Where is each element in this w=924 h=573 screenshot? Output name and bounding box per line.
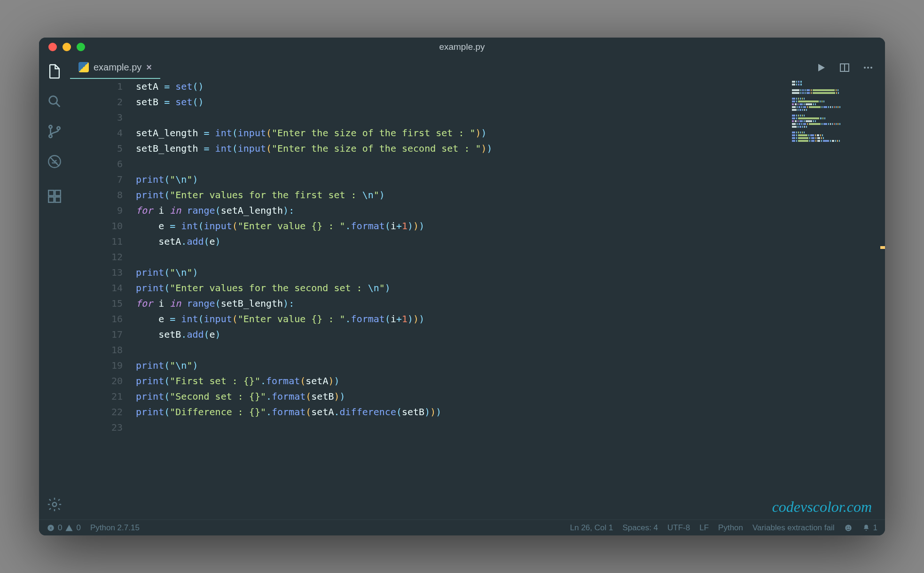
- line-number: 15: [70, 296, 123, 311]
- line-number: 1: [70, 79, 123, 94]
- status-bar: x 0 0 Python 2.7.15 Ln 26, Col 1 Spaces:…: [39, 519, 885, 535]
- titlebar: example.py: [39, 38, 885, 56]
- notification-count: 1: [873, 523, 877, 533]
- tab-bar: example.py ×: [70, 56, 885, 79]
- status-indent[interactable]: Spaces: 4: [622, 523, 658, 533]
- run-icon[interactable]: [815, 62, 827, 73]
- status-problems[interactable]: x 0 0: [47, 523, 81, 533]
- svg-point-15: [867, 67, 869, 69]
- svg-point-0: [49, 96, 57, 104]
- window-controls: [39, 43, 85, 51]
- svg-rect-8: [55, 190, 60, 195]
- status-feedback-icon[interactable]: [844, 524, 853, 532]
- warning-count: 0: [76, 523, 80, 533]
- tab-label: example.py: [94, 62, 141, 73]
- code-line[interactable]: for i in range(setA_length):: [136, 203, 885, 218]
- code-line[interactable]: setA = set(): [136, 79, 885, 94]
- status-encoding[interactable]: UTF-8: [667, 523, 690, 533]
- code-line[interactable]: print("First set : {}".format(setA)): [136, 373, 885, 389]
- code-line[interactable]: e = int(input("Enter value {} : ".format…: [136, 218, 885, 234]
- svg-point-3: [49, 135, 52, 138]
- svg-rect-7: [48, 190, 54, 195]
- settings-gear-icon[interactable]: [46, 496, 63, 513]
- status-extra[interactable]: Variables extraction fail: [752, 523, 835, 533]
- line-number: 12: [70, 249, 123, 265]
- svg-point-19: [845, 525, 852, 531]
- svg-point-20: [846, 527, 847, 527]
- explorer-icon[interactable]: [46, 63, 63, 80]
- line-number: 10: [70, 218, 123, 234]
- search-icon[interactable]: [46, 93, 63, 110]
- status-cursor[interactable]: Ln 26, Col 1: [570, 523, 613, 533]
- code-line[interactable]: [136, 156, 885, 172]
- close-tab-icon[interactable]: ×: [146, 62, 152, 73]
- svg-point-16: [870, 67, 872, 69]
- line-number: 5: [70, 141, 123, 156]
- tab-example-py[interactable]: example.py ×: [70, 56, 160, 79]
- svg-point-14: [864, 67, 866, 69]
- code-line[interactable]: setB = set(): [136, 94, 885, 110]
- code-line[interactable]: print("Enter values for the first set : …: [136, 187, 885, 203]
- line-number: 7: [70, 172, 123, 187]
- code-line[interactable]: setA_length = int(input("Enter the size …: [136, 125, 885, 141]
- svg-line-1: [56, 103, 60, 107]
- svg-line-6: [50, 157, 59, 166]
- status-eol[interactable]: LF: [699, 523, 709, 533]
- line-number: 9: [70, 203, 123, 218]
- code-line[interactable]: [136, 342, 885, 358]
- svg-point-4: [57, 127, 60, 130]
- code-line[interactable]: [136, 249, 885, 265]
- line-number: 16: [70, 311, 123, 327]
- line-number: 8: [70, 187, 123, 203]
- line-number: 6: [70, 156, 123, 172]
- code-line[interactable]: print("\n"): [136, 172, 885, 187]
- code-line[interactable]: print("Difference : {}".format(setA.diff…: [136, 404, 885, 420]
- source-control-icon[interactable]: [46, 123, 63, 140]
- status-language[interactable]: Python: [718, 523, 743, 533]
- line-number: 19: [70, 358, 123, 373]
- overview-ruler: [880, 79, 885, 519]
- code-line[interactable]: setB.add(e): [136, 327, 885, 342]
- more-actions-icon[interactable]: [862, 62, 874, 73]
- activity-bar: [39, 56, 70, 519]
- error-count: 0: [58, 523, 62, 533]
- code-editor[interactable]: 1234567891011121314151617181920212223 se…: [70, 79, 885, 519]
- code-line[interactable]: setB_length = int(input("Enter the size …: [136, 141, 885, 156]
- status-interpreter[interactable]: Python 2.7.15: [90, 523, 140, 533]
- code-line[interactable]: print("Enter values for the second set :…: [136, 280, 885, 296]
- line-number: 3: [70, 110, 123, 125]
- code-line[interactable]: print("\n"): [136, 358, 885, 373]
- code-line[interactable]: [136, 110, 885, 125]
- line-number: 18: [70, 342, 123, 358]
- code-content[interactable]: setA = set()setB = set() setA_length = i…: [136, 79, 885, 519]
- extensions-icon[interactable]: [46, 188, 63, 205]
- status-notifications[interactable]: 1: [862, 523, 877, 533]
- code-line[interactable]: setA.add(e): [136, 234, 885, 249]
- code-line[interactable]: print("Second set : {}".format(setB)): [136, 389, 885, 404]
- code-line[interactable]: for i in range(setB_length):: [136, 296, 885, 311]
- line-number: 4: [70, 125, 123, 141]
- line-number: 2: [70, 94, 123, 110]
- code-line[interactable]: e = int(input("Enter value {} : ".format…: [136, 311, 885, 327]
- debug-disabled-icon[interactable]: [46, 153, 63, 170]
- window-title: example.py: [39, 42, 885, 52]
- svg-rect-10: [55, 197, 60, 202]
- maximize-window-button[interactable]: [77, 43, 85, 51]
- code-line[interactable]: [136, 420, 885, 435]
- line-number: 20: [70, 373, 123, 389]
- close-window-button[interactable]: [48, 43, 57, 51]
- line-number: 23: [70, 420, 123, 435]
- svg-point-11: [53, 503, 57, 507]
- editor-window: example.py: [39, 38, 885, 535]
- line-number: 11: [70, 234, 123, 249]
- line-number: 14: [70, 280, 123, 296]
- svg-rect-9: [48, 197, 54, 202]
- svg-text:x: x: [50, 526, 52, 530]
- line-number: 13: [70, 265, 123, 280]
- code-line[interactable]: print("\n"): [136, 265, 885, 280]
- python-file-icon: [78, 62, 89, 72]
- minimize-window-button[interactable]: [63, 43, 71, 51]
- svg-point-21: [849, 527, 850, 527]
- split-editor-icon[interactable]: [839, 62, 850, 73]
- line-number-gutter: 1234567891011121314151617181920212223: [70, 79, 136, 519]
